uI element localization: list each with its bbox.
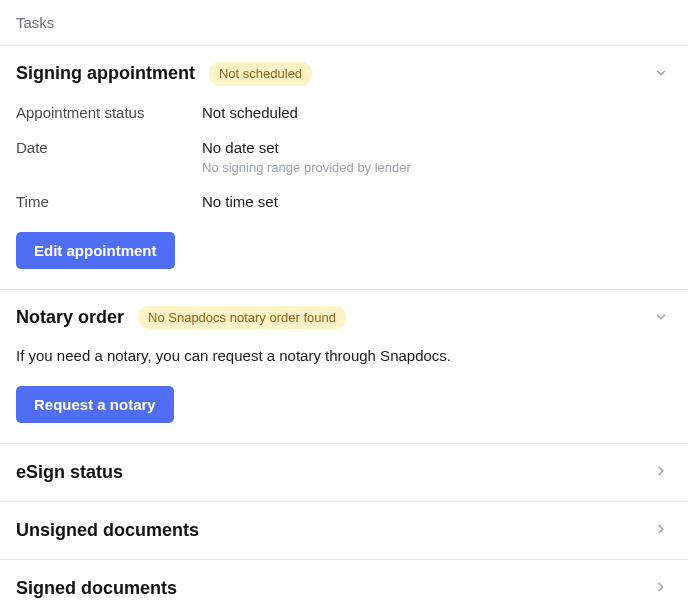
date-note: No signing range provided by lender <box>202 160 411 175</box>
chevron-down-icon[interactable] <box>654 310 668 324</box>
status-label: Appointment status <box>16 104 202 121</box>
notary-info: If you need a notary, you can request a … <box>16 347 672 364</box>
date-label: Date <box>16 139 202 156</box>
time-value: No time set <box>202 193 278 210</box>
signed-header[interactable]: Signed documents <box>16 578 672 599</box>
time-label: Time <box>16 193 202 210</box>
section-signing-appointment: Signing appointment Not scheduled Appoin… <box>0 46 688 290</box>
chevron-right-icon[interactable] <box>654 464 668 478</box>
signing-badge: Not scheduled <box>209 62 312 86</box>
row-appointment-status: Appointment status Not scheduled <box>16 104 672 121</box>
chevron-down-icon[interactable] <box>654 66 668 80</box>
section-esign-status[interactable]: eSign status <box>0 444 688 502</box>
section-signed-documents[interactable]: Signed documents <box>0 560 688 609</box>
unsigned-header[interactable]: Unsigned documents <box>16 520 672 541</box>
date-value: No date set <box>202 139 411 156</box>
tasks-header: Tasks <box>0 0 688 46</box>
status-value: Not scheduled <box>202 104 298 121</box>
esign-title: eSign status <box>16 462 123 483</box>
signed-title: Signed documents <box>16 578 177 599</box>
esign-header[interactable]: eSign status <box>16 462 672 483</box>
request-notary-button[interactable]: Request a notary <box>16 386 174 423</box>
section-notary-order: Notary order No Snapdocs notary order fo… <box>0 290 688 445</box>
row-date: Date No date set No signing range provid… <box>16 139 672 175</box>
row-time: Time No time set <box>16 193 672 210</box>
notary-header[interactable]: Notary order No Snapdocs notary order fo… <box>16 306 672 330</box>
signing-header[interactable]: Signing appointment Not scheduled <box>16 62 672 86</box>
tasks-label: Tasks <box>16 14 54 31</box>
section-unsigned-documents[interactable]: Unsigned documents <box>0 502 688 560</box>
chevron-right-icon[interactable] <box>654 580 668 594</box>
unsigned-title: Unsigned documents <box>16 520 199 541</box>
edit-appointment-button[interactable]: Edit appointment <box>16 232 175 269</box>
notary-badge: No Snapdocs notary order found <box>138 306 346 330</box>
notary-title: Notary order <box>16 307 124 328</box>
signing-title: Signing appointment <box>16 63 195 84</box>
chevron-right-icon[interactable] <box>654 522 668 536</box>
